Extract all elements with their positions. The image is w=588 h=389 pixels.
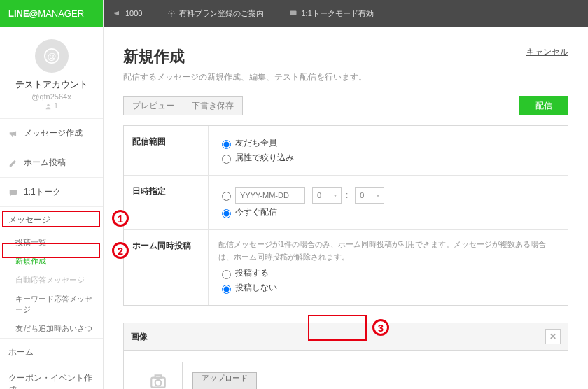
simulpost-no-radio[interactable]	[222, 285, 231, 294]
hour-select[interactable]: 0▾	[312, 187, 342, 204]
profile: @ テストアカウント @qfn2564x 1	[0, 27, 103, 119]
settings-panel: 配信範囲 友だち全員 属性で絞り込み 日時指定 0▾ : 0▾ 今すぐ配	[123, 125, 568, 306]
svg-point-7	[155, 380, 162, 386]
main: 新規作成 配信するメッセージの新規作成、編集、テスト配信を行います。 キャンセル…	[104, 27, 588, 389]
sidebar-sub-new[interactable]: 新規作成	[0, 252, 103, 271]
image-card: 画像 ✕ アップロード 画像は最大10MBまで配信できます。	[123, 323, 568, 389]
top-header: 1000 有料プラン登録のご案内 1:1トークモード有効	[104, 0, 588, 27]
svg-rect-3	[10, 189, 18, 194]
sidebar-head-message[interactable]: メッセージ	[0, 207, 103, 233]
image-card-close[interactable]: ✕	[545, 329, 561, 344]
camera-icon	[148, 372, 169, 389]
sidebar-item-create-message[interactable]: メッセージ作成	[0, 119, 103, 148]
datetime-now-radio[interactable]	[222, 209, 231, 218]
sidebar-sub-keyword[interactable]: キーワード応答メッセージ	[0, 290, 103, 319]
date-input[interactable]	[235, 187, 305, 204]
datetime-schedule-radio[interactable]	[222, 192, 231, 201]
header-volume: 1000	[113, 9, 155, 17]
datetime-schedule-option[interactable]: 0▾ : 0▾	[218, 187, 558, 204]
chat-icon	[289, 9, 298, 17]
at-icon: @	[44, 48, 59, 64]
range-all-option[interactable]: 友だち全員	[218, 137, 558, 149]
sidebar-sub-posts[interactable]: 投稿一覧	[0, 233, 103, 252]
range-label: 配信範囲	[124, 126, 208, 175]
gear-icon	[167, 9, 176, 17]
svg-text:@: @	[47, 51, 56, 62]
simulpost-hint: 配信メッセージが1件の場合のみ、ホーム同時投稿が利用できます。メッセージが複数あ…	[218, 239, 558, 263]
upload-button[interactable]: アップロード	[192, 372, 257, 389]
avatar: @	[35, 39, 69, 73]
image-card-title: 画像	[131, 331, 148, 343]
chat-icon	[8, 188, 18, 197]
cancel-link[interactable]: キャンセル	[526, 46, 568, 58]
pencil-icon	[8, 158, 18, 168]
preview-button[interactable]: プレビュー	[123, 96, 183, 115]
page-title: 新規作成	[123, 46, 367, 67]
sidebar-section-message: メッセージ 投稿一覧 新規作成 自動応答メッセージ キーワード応答メッセージ 友…	[0, 207, 103, 339]
account-name: テストアカウント	[4, 78, 99, 91]
sidebar: LINE@ MANAGER @ テストアカウント @qfn2564x 1 メッセ…	[0, 0, 104, 389]
sidebar-section-primary: メッセージ作成	[0, 119, 103, 148]
minute-select[interactable]: 0▾	[355, 187, 384, 204]
draft-button-group: プレビュー 下書き保存	[123, 96, 243, 115]
sidebar-item-coupon[interactable]: クーポン・イベント作成	[0, 365, 103, 389]
megaphone-icon	[113, 9, 122, 17]
sidebar-item-home-post[interactable]: ホーム投稿	[0, 148, 103, 177]
brand: LINE@ MANAGER	[0, 0, 103, 27]
svg-point-2	[48, 104, 50, 106]
sidebar-sub-autoreply[interactable]: 自動応答メッセージ	[0, 271, 103, 290]
account-id: @qfn2564x	[4, 92, 99, 101]
range-attr-option[interactable]: 属性で絞り込み	[218, 152, 558, 164]
range-all-radio[interactable]	[222, 140, 231, 149]
save-draft-button[interactable]: 下書き保存	[183, 96, 243, 115]
brand-suffix: MANAGER	[38, 8, 84, 19]
send-button[interactable]: 配信	[519, 96, 568, 115]
sidebar-item-1on1-talk[interactable]: 1:1トーク	[0, 178, 103, 206]
simulpost-yes-radio[interactable]	[222, 270, 231, 279]
account-followers: 1	[4, 102, 99, 110]
page-subtitle: 配信するメッセージの新規作成、編集、テスト配信を行います。	[123, 71, 367, 83]
image-thumb	[134, 362, 183, 389]
person-icon	[45, 103, 52, 110]
sidebar-item-home[interactable]: ホーム	[0, 339, 103, 365]
simulpost-no-option[interactable]: 投稿しない	[218, 282, 558, 294]
brand-prefix: LINE@	[8, 8, 38, 19]
sidebar-sub-greeting[interactable]: 友だち追加時あいさつ	[0, 319, 103, 338]
header-talkmode[interactable]: 1:1トークモード有効	[289, 8, 386, 19]
header-plan[interactable]: 有料プラン登録のご案内	[167, 8, 276, 19]
datetime-label: 日時指定	[124, 176, 208, 229]
datetime-now-option[interactable]: 今すぐ配信	[218, 206, 558, 218]
simulpost-yes-option[interactable]: 投稿する	[218, 267, 558, 279]
svg-point-4	[171, 13, 173, 15]
range-attr-radio[interactable]	[222, 155, 231, 164]
megaphone-icon	[8, 129, 18, 139]
svg-rect-5	[290, 11, 297, 15]
simulpost-label: ホーム同時投稿	[124, 230, 208, 305]
